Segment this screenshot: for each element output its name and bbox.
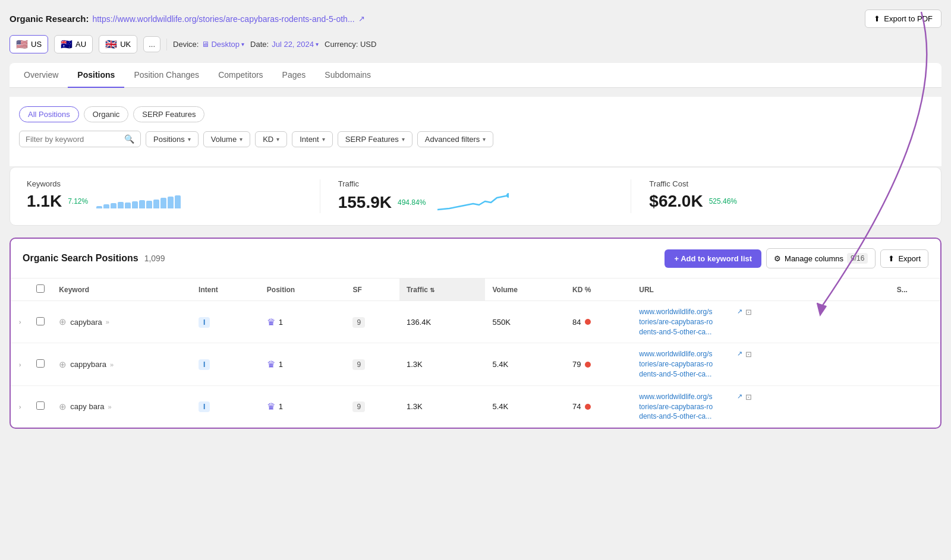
sub-tab-serp-features[interactable]: SERP Features — [133, 106, 204, 122]
keyword-add-icon[interactable]: ⊕ — [59, 401, 67, 412]
external-link-icon[interactable]: ↗ — [737, 350, 742, 357]
bar-segment — [139, 200, 145, 208]
filter-bar: 🔍 Positions ▾ Volume ▾ KD ▾ Intent ▾ SER… — [19, 131, 932, 147]
country-us-button[interactable]: 🇺🇸 US — [10, 35, 48, 53]
keyword-text: capy bara — [70, 402, 104, 411]
external-link-icon[interactable]: ↗ — [737, 393, 742, 400]
keyword-text: capybara — [70, 318, 102, 327]
tab-positions[interactable]: Positions — [68, 63, 124, 88]
row-expand-button[interactable]: › — [18, 360, 22, 369]
kd-filter[interactable]: KD ▾ — [255, 131, 287, 147]
col-s: S... — [890, 279, 940, 301]
country-uk-button[interactable]: 🇬🇧 UK — [99, 35, 137, 53]
bar-segment — [146, 201, 152, 208]
row-checkbox[interactable] — [36, 317, 45, 325]
volume-value: 5.4K — [485, 343, 565, 385]
keyword-filter-wrap: 🔍 — [19, 131, 141, 147]
intent-filter[interactable]: Intent ▾ — [292, 131, 333, 147]
page-header: Organic Research: https://www.worldwildl… — [10, 10, 941, 28]
col-kd[interactable]: KD % — [565, 279, 632, 301]
traffic-value: 1.3K — [399, 385, 486, 428]
crown-icon: ♛ — [267, 401, 275, 412]
date-control: Date: Jul 22, 2024 ▾ — [250, 40, 319, 49]
chevron-down-icon-positions: ▾ — [188, 136, 191, 143]
export-pdf-button[interactable]: ⬆ Export to PDF — [865, 10, 941, 28]
position-value: 1 — [279, 402, 283, 411]
controls-bar: 🇺🇸 US 🇦🇺 AU 🇬🇧 UK ... Device: 🖥 Desktop … — [10, 35, 941, 53]
tab-subdomains[interactable]: Subdomains — [315, 63, 380, 88]
bar-segment — [125, 203, 131, 208]
kd-indicator — [585, 404, 591, 410]
col-intent[interactable]: Intent — [191, 279, 260, 301]
col-keyword[interactable]: Keyword — [52, 279, 191, 301]
keyword-add-icon[interactable]: ⊕ — [59, 317, 67, 327]
keyword-cell: ⊕ capybara » — [59, 317, 184, 327]
stats-row: Keywords 1.1K 7.12% Traffic 155.9K 494.8… — [10, 167, 941, 226]
keyword-add-icon[interactable]: ⊕ — [59, 359, 67, 370]
country-au-button[interactable]: 🇦🇺 AU — [54, 35, 93, 53]
external-link-icon[interactable]: ↗ — [737, 308, 742, 315]
tab-overview[interactable]: Overview — [14, 63, 68, 88]
serp-features-filter[interactable]: SERP Features ▾ — [338, 131, 412, 147]
col-url[interactable]: URL — [632, 279, 890, 301]
select-all-checkbox[interactable] — [36, 284, 45, 293]
bar-segment — [103, 204, 109, 208]
screenshot-icon[interactable]: ⊡ — [745, 350, 752, 359]
keyword-cell: ⊕ capy bara » — [59, 401, 184, 412]
keywords-change: 7.12% — [68, 197, 88, 205]
keyword-cell: ⊕ cappybara » — [59, 359, 184, 370]
device-selector[interactable]: 🖥 Desktop ▾ — [201, 40, 244, 49]
header-url[interactable]: https://www.worldwildlife.org/stories/ar… — [92, 14, 354, 24]
col-traffic[interactable]: Traffic ⇅ — [399, 279, 486, 301]
kd-value: 79 — [572, 360, 581, 369]
upload-icon: ⬆ — [874, 14, 880, 23]
tab-position-changes[interactable]: Position Changes — [124, 63, 209, 88]
keywords-stat: Keywords 1.1K 7.12% — [27, 179, 320, 213]
kd-cell: 74 — [572, 402, 625, 411]
traffic-stat: Traffic 155.9K 494.84% — [338, 179, 632, 213]
kd-indicator — [585, 362, 591, 368]
screenshot-icon[interactable]: ⊡ — [745, 393, 752, 401]
screenshot-icon[interactable]: ⊡ — [745, 308, 752, 317]
kd-cell: 84 — [572, 318, 625, 327]
au-flag: 🇦🇺 — [61, 39, 73, 50]
keyword-arrows-icon: » — [106, 318, 109, 325]
positions-table: Keyword Intent Position SF Traffic ⇅ Vol… — [11, 279, 940, 428]
tab-pages[interactable]: Pages — [273, 63, 316, 88]
col-volume[interactable]: Volume — [485, 279, 565, 301]
bar-segment — [168, 197, 174, 208]
sort-icon: ⇅ — [430, 287, 434, 293]
positions-filter[interactable]: Positions ▾ — [146, 131, 199, 147]
more-countries-button[interactable]: ... — [143, 36, 160, 52]
tab-competitors[interactable]: Competitors — [209, 63, 272, 88]
keyword-filter-input[interactable] — [26, 135, 121, 144]
export-table-button[interactable]: ⬆ Export — [880, 249, 928, 268]
currency-control: Currency: USD — [325, 40, 376, 49]
add-to-keyword-list-button[interactable]: + Add to keyword list — [665, 249, 761, 268]
date-selector[interactable]: Jul 22, 2024 ▾ — [272, 40, 319, 49]
bar-segment — [132, 201, 138, 208]
url-text: www.worldwildlife.org/s tories/are-capyb… — [639, 349, 734, 379]
sf-value: 9 — [352, 401, 365, 412]
sub-tab-all-positions[interactable]: All Positions — [19, 106, 79, 122]
url-cell: www.worldwildlife.org/s tories/are-capyb… — [639, 349, 883, 379]
traffic-cost-stat: Traffic Cost $62.0K 525.46% — [649, 179, 924, 213]
intent-badge: I — [199, 359, 210, 370]
bar-segment — [175, 195, 181, 208]
volume-value: 550K — [485, 301, 565, 343]
col-sf[interactable]: SF — [345, 279, 399, 301]
keyword-arrows-icon: » — [108, 403, 111, 410]
row-expand-button[interactable]: › — [18, 403, 22, 412]
chevron-down-icon: ▾ — [241, 41, 244, 48]
sub-tab-organic[interactable]: Organic — [84, 106, 129, 122]
row-expand-button[interactable]: › — [18, 318, 22, 327]
col-checkbox — [29, 279, 52, 301]
col-position[interactable]: Position — [260, 279, 346, 301]
manage-columns-button[interactable]: ⚙ Manage columns 9/16 — [766, 248, 876, 268]
advanced-filters-button[interactable]: Advanced filters ▾ — [417, 131, 494, 147]
crown-icon: ♛ — [267, 317, 275, 328]
volume-filter[interactable]: Volume ▾ — [203, 131, 250, 147]
row-checkbox[interactable] — [36, 401, 45, 410]
row-checkbox[interactable] — [36, 359, 45, 368]
external-link-icon[interactable]: ↗ — [358, 14, 365, 23]
